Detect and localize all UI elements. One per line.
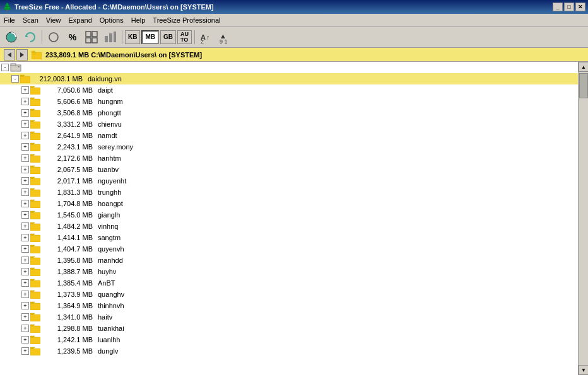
unit-auto-btn[interactable]: AUTO [177,30,192,44]
unit-gb-btn[interactable]: GB [160,30,176,44]
maximize-btn[interactable]: □ [564,3,574,11]
tree-row[interactable]: + 1,239.5 MBdunglv [0,345,578,357]
svg-rect-35 [30,224,40,231]
drive-icon [10,62,21,72]
minimize-btn[interactable]: _ [553,3,563,11]
expand-btn[interactable]: + [21,222,29,230]
expand-btn[interactable]: + [21,143,29,151]
item-name: gianglh [98,211,120,219]
menu-treesize-pro[interactable]: TreeSize Professional [149,14,224,26]
tree-row[interactable]: + 1,404.7 MBquyenvh [0,243,578,255]
scroll-down-btn[interactable]: ▼ [579,365,588,375]
collapse-root-btn[interactable]: - [1,64,9,71]
item-size: 2,172.6 MB [42,154,93,162]
item-size: 1,545.0 MB [42,211,93,219]
item-size: 1,388.7 MB [42,268,93,275]
tree-row[interactable]: + 1,373.9 MBquanghv [0,289,578,300]
expand-btn[interactable]: + [21,347,29,355]
menu-view[interactable]: View [42,14,65,26]
tree-row[interactable]: + 5,606.6 MBhungnm [0,96,578,107]
expand-btn[interactable]: + [21,166,29,173]
tree-row[interactable]: + 1,385.4 MBAnBT [0,277,578,289]
tree-row[interactable]: + 1,364.9 MBthinhnvh [0,300,578,311]
scroll-up-btn[interactable]: ▲ [579,62,588,72]
item-name: huyhv [98,268,116,275]
sort-num-btn[interactable]: ▲ 9 1 [216,29,234,45]
tree-row[interactable]: + 2,243.1 MBserey.mony [0,141,578,153]
tree-row[interactable]: + 3,506.8 MBphongtt [0,107,578,118]
scrollbar[interactable]: ▲ ▼ [578,62,588,375]
tree-row[interactable]: + 1,341.0 MBhaitv [0,311,578,323]
tree-row[interactable]: + 1,242.1 MBluanlhh [0,334,578,345]
empty-circle-button[interactable] [45,29,62,45]
svg-rect-45 [30,337,40,344]
expand-btn[interactable]: + [21,257,29,264]
item-name: chienvu [98,120,122,128]
expand-btn[interactable]: + [21,86,29,94]
tree-row[interactable]: + 1,388.7 MBhuyhv [0,266,578,277]
folder-icon [30,176,40,185]
tree-row[interactable]: + 1,545.0 MBgianglh [0,209,578,221]
tree-row[interactable]: + 2,017.1 MBnguyenht [0,175,578,187]
menu-scan[interactable]: Scan [19,14,42,26]
item-name: AnBT [98,279,115,287]
expand-btn[interactable]: + [21,98,29,105]
menu-file[interactable]: File [0,14,19,26]
tree-row[interactable]: + 1,484.2 MBvinhnq [0,221,578,232]
unit-kb-btn[interactable]: KB [125,30,140,44]
tree-row[interactable]: + 2,172.6 MBhanhtm [0,153,578,164]
scroll-track[interactable] [579,72,588,365]
menu-options[interactable]: Options [96,14,127,26]
nav-forward-btn[interactable] [16,49,28,61]
sort-asc-btn[interactable]: A ↑ Z [197,29,215,45]
tree-row[interactable]: + 1,395.8 MBmanhdd [0,255,578,266]
collapse-daidung-btn[interactable]: - [11,75,19,83]
separator-2 [122,30,122,44]
expand-btn[interactable]: + [21,154,29,162]
expand-btn[interactable]: + [21,188,29,196]
tree-children: + 7,050.6 MBdaipt+ 5,606.6 MBhungnm+ 3,5… [0,84,578,357]
unit-mb-btn[interactable]: MB [141,30,159,44]
expand-btn[interactable]: + [21,245,29,253]
expand-btn[interactable]: + [21,313,29,321]
menu-expand[interactable]: Expand [64,14,95,26]
expand-btn[interactable]: + [21,325,29,332]
expand-btn[interactable]: + [21,132,29,139]
expand-btn[interactable]: + [21,177,29,185]
tree-row[interactable]: + 1,831.3 MBtrunghh [0,187,578,198]
expand-btn[interactable]: + [21,234,29,241]
tree-row[interactable]: + 2,067.5 MBtuanbv [0,164,578,175]
grid-button[interactable] [83,29,100,45]
folder-icon [30,165,40,174]
expand-btn[interactable]: + [21,268,29,275]
expand-btn[interactable]: + [21,336,29,343]
close-btn[interactable]: ✕ [575,3,585,11]
expand-btn[interactable]: + [21,109,29,117]
tree-row[interactable]: + 1,298.8 MBtuankhai [0,323,578,334]
item-name: phongtt [98,109,121,117]
menu-help[interactable]: Help [127,14,150,26]
tree-view[interactable]: - - 212,003.1 MB daidung.vn + 7,050.6 MB… [0,62,578,375]
tree-row[interactable]: + 1,704.8 MBhoangpt [0,198,578,209]
item-size: 1,831.3 MB [42,188,93,196]
svg-rect-38 [30,258,40,265]
expand-btn[interactable]: + [21,302,29,309]
percent-button[interactable]: % [64,29,81,45]
tree-row[interactable]: + 3,331.2 MBchienvu [0,118,578,130]
scan-button[interactable] [3,29,20,45]
expand-btn[interactable]: + [21,200,29,207]
root-folder-row[interactable]: - 212,003.1 MB daidung.vn [0,73,578,84]
tree-row[interactable]: + 2,641.9 MBnamdt [0,130,578,141]
expand-btn[interactable]: + [21,211,29,219]
chart-button[interactable] [102,29,119,45]
refresh-button[interactable] [21,29,39,45]
item-name: trunghh [98,188,121,196]
expand-btn[interactable]: + [21,291,29,298]
nav-back-btn[interactable] [4,49,15,61]
folder-icon [30,188,40,197]
expand-btn[interactable]: + [21,279,29,287]
tree-row[interactable]: + 1,414.1 MBsangtm [0,232,578,243]
expand-btn[interactable]: + [21,120,29,128]
scroll-thumb[interactable] [579,73,588,98]
tree-row[interactable]: + 7,050.6 MBdaipt [0,84,578,96]
